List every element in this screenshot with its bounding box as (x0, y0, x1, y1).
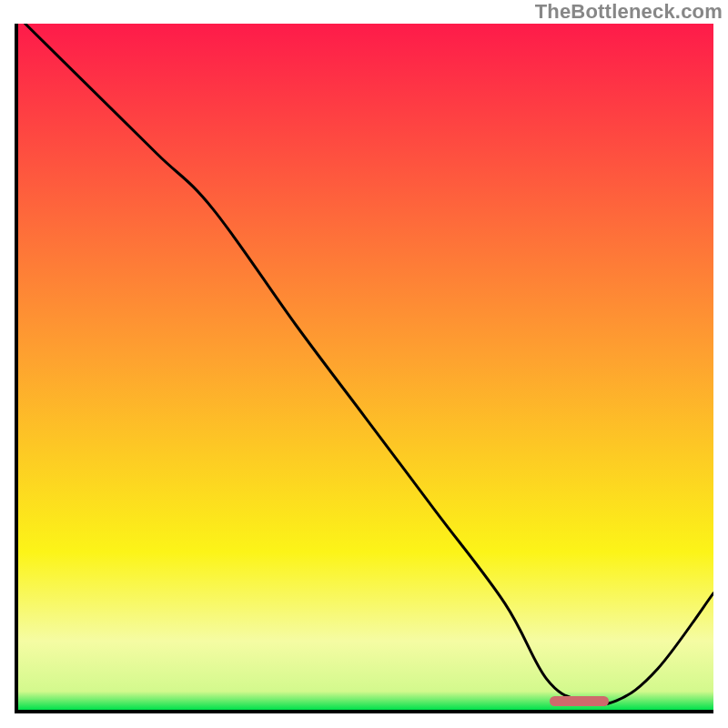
chart-curve (18, 24, 713, 710)
chart-plot-area (18, 24, 713, 710)
chart-axes (15, 24, 713, 713)
attribution-text: TheBottleneck.com (535, 0, 723, 24)
optimal-range-marker (550, 696, 609, 706)
